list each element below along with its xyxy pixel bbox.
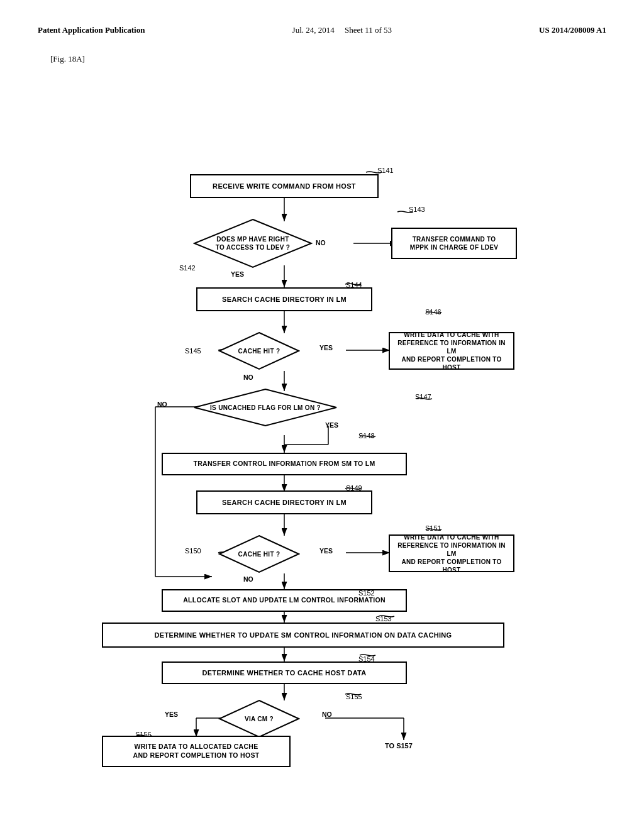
flowchart: S141 RECEIVE WRITE COMMAND FROM HOST S14… [64,77,580,756]
cache-hit2-no: NO [243,575,253,583]
via-cm-yes: YES [165,711,178,718]
figure-label: [Fig. 18A] [50,54,606,64]
uncached-flag-diamond: IS UNCACHED FLAG FOR LM ON ? [193,388,338,427]
publication-label: Patent Application Publication [38,25,145,35]
write-allocated-box: WRITE DATA TO ALLOCATED CACHE AND REPORT… [102,736,291,767]
write-data-lm2-box: WRITE DATA TO CACHE WITH REFERENCE TO IN… [389,534,514,572]
sheet-info: Sheet 11 of 53 [345,25,392,35]
step-s149: S149 [346,484,362,492]
determine-cache-box: DETERMINE WHETHER TO CACHE HOST DATA [162,661,407,684]
page-header: Patent Application Publication Jul. 24, … [38,25,606,35]
patent-number: US 2014/208009 A1 [539,25,606,35]
cache-hit1-yes: YES [319,344,333,351]
step-s143: S143 [409,206,425,213]
uncached-yes: YES [325,421,338,429]
header-center: Jul. 24, 2014 Sheet 11 of 53 [292,25,392,35]
step-s147: S147 [415,393,431,401]
cache-hit1-diamond: CACHE HIT ? [218,331,300,370]
does-mp-diamond: DOES MP HAVE RIGHT TO ACCESS TO LDEV ? [193,218,313,268]
does-mp-no: NO [316,239,326,246]
step-s145: S145 [185,347,201,355]
cache-hit2-diamond: CACHE HIT ? [218,534,300,573]
step-s142: S142 [179,264,196,272]
uncached-no: NO [157,401,167,408]
via-cm-diamond: VIA CM ? [218,699,300,738]
step-s155: S155 [346,693,362,700]
step-s150: S150 [185,547,201,555]
does-mp-yes: YES [231,270,244,278]
cache-hit2-yes: YES [319,547,333,555]
cache-hit1-no: NO [243,374,253,381]
write-data-lm1-box: WRITE DATA TO CACHE WITH REFERENCE TO IN… [389,332,514,370]
to-s157: TO S157 [385,742,413,750]
page: Patent Application Publication Jul. 24, … [0,0,644,830]
receive-write-box: RECEIVE WRITE COMMAND FROM HOST [190,174,379,198]
step-s151: S151 [425,524,441,532]
search-cache-lm1-box: SEARCH CACHE DIRECTORY IN LM [196,287,372,311]
step-s156: S156 [135,731,152,738]
step-s141: S141 [377,167,394,174]
step-s152: S152 [358,589,375,597]
step-s144: S144 [346,281,362,289]
search-cache-lm2-box: SEARCH CACHE DIRECTORY IN LM [196,490,372,514]
via-cm-no: NO [322,711,332,718]
step-s148: S148 [358,432,375,440]
pub-date: Jul. 24, 2014 [292,25,335,35]
step-s154: S154 [358,655,375,663]
transfer-command-box: TRANSFER COMMAND TO MPPK IN CHARGE OF LD… [391,228,517,259]
step-s146: S146 [425,308,441,316]
step-s153: S153 [375,615,392,622]
transfer-control-box: TRANSFER CONTROL INFORMATION FROM SM TO … [162,453,407,475]
determine-update-box: DETERMINE WHETHER TO UPDATE SM CONTROL I… [102,622,504,648]
